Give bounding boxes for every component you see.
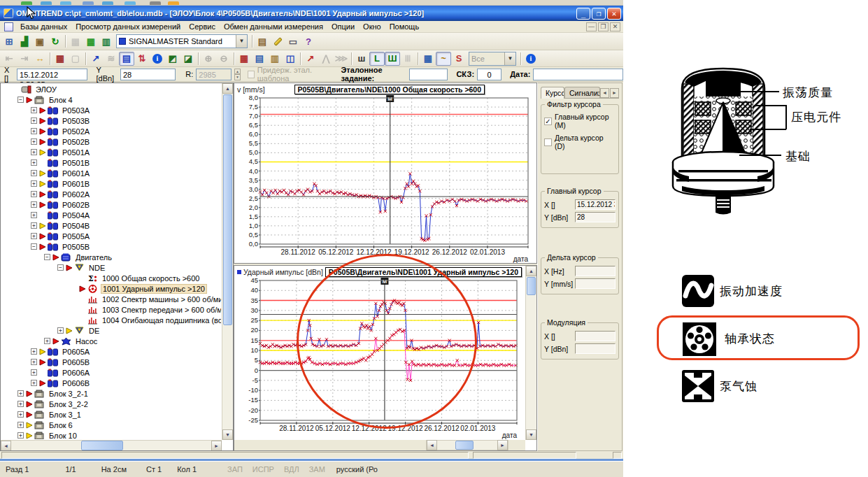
menu-item-6[interactable]: Окно — [359, 21, 385, 32]
expand-icon[interactable]: + — [31, 149, 37, 155]
y-value-field[interactable]: 28 — [120, 69, 176, 80]
node-marker-icon[interactable]: ◩ — [165, 52, 180, 66]
tab-scroll-right-button[interactable]: ► — [610, 88, 619, 98]
tab-scroll-left-button[interactable]: ◄ — [600, 88, 609, 98]
rms-field[interactable]: 0 — [477, 69, 501, 80]
tree-item-de[interactable]: +DE — [1, 325, 221, 336]
spectrum-move-icon[interactable]: ⋙ — [334, 52, 349, 66]
expand-icon[interactable]: + — [31, 191, 37, 197]
tree-item-p0504b[interactable]: +P0504B — [1, 220, 221, 231]
report-window-icon[interactable]: ▢ — [68, 52, 83, 66]
zoom-out-icon[interactable]: ⊖ — [216, 52, 232, 66]
expand-icon[interactable]: + — [31, 159, 37, 166]
node-marker2-icon[interactable]: ◪ — [180, 52, 196, 66]
settings-wrench-icon[interactable] — [270, 34, 285, 48]
collapse-icon[interactable]: − — [17, 97, 24, 103]
trend-chart-icon[interactable]: ↗ — [88, 52, 104, 66]
title-bar[interactable]: OMNITREND c:\pt_cm\omt_db\elou.mdb - [ЭЛ… — [0, 6, 623, 21]
tree-item-двигатель[interactable]: −Двигатель — [1, 252, 221, 262]
mdi-restore-button[interactable]: ❐ — [598, 22, 609, 31]
tree-item-p0601b[interactable]: +P0601B — [1, 178, 221, 189]
machine-template-icon[interactable]: ▦ — [68, 34, 83, 48]
expand-icon[interactable]: + — [31, 138, 37, 145]
tree-item-p0606b[interactable]: +P0606B — [1, 378, 221, 388]
expand-icon[interactable]: + — [31, 359, 37, 365]
minimize-button[interactable]: _ — [576, 8, 590, 20]
mdi-close-button[interactable]: ✕ — [610, 22, 620, 31]
expand-icon[interactable]: + — [31, 369, 37, 376]
menu-item-4[interactable]: Обмен данными измерения — [220, 21, 327, 32]
expand-icon[interactable]: + — [31, 128, 37, 134]
r-spinner[interactable]: ▲▼ — [234, 69, 241, 80]
clipboard-icon[interactable]: ▥ — [267, 52, 283, 66]
overlay-chart-icon[interactable]: ≋ — [104, 52, 119, 66]
tree-item-p0501a[interactable]: +P0501A — [1, 147, 221, 157]
expand-icon[interactable]: + — [31, 107, 37, 113]
harmonics-icon[interactable]: Ⅲ — [400, 52, 415, 66]
modulation-y-value[interactable] — [575, 343, 616, 354]
chevron-down-icon[interactable]: ▼ — [236, 35, 247, 48]
status-toggle-зап[interactable]: ЗАП — [227, 465, 243, 474]
tree-item-p0606a[interactable]: +P0606A — [1, 367, 221, 378]
tree-item-p0503b[interactable]: +P0503B — [1, 115, 221, 126]
database-view-icon[interactable]: ▣ — [32, 34, 48, 48]
hold-template-checkbox[interactable] — [248, 71, 255, 78]
expand-icon[interactable]: + — [31, 222, 37, 229]
chart-horizontal-scrollbar[interactable]: ◄ ► — [234, 440, 525, 450]
measurement-tasks-icon[interactable]: ⊞ — [1, 34, 17, 48]
help-icon[interactable]: ? — [301, 34, 316, 48]
collapse-icon[interactable]: − — [44, 254, 50, 260]
menu-item-5[interactable]: Опции — [327, 21, 359, 32]
matrix-icon[interactable]: ▦ — [52, 52, 68, 66]
collapse-icon[interactable]: − — [31, 243, 37, 250]
velocity-trend-chart[interactable]: 0,00,51,01,52,02,53,03,54,04,55,05,56,06… — [234, 95, 536, 263]
collapse-icon[interactable]: − — [57, 264, 64, 271]
tree-item-p0605a[interactable]: +P0605A — [1, 346, 221, 357]
expand-icon[interactable]: + — [17, 411, 24, 418]
time-signal-icon[interactable]: ~ — [436, 52, 451, 66]
info-icon[interactable]: i — [150, 52, 165, 66]
tree-item-p0601a[interactable]: +P0601A — [1, 168, 221, 178]
reference-field[interactable] — [409, 69, 448, 80]
modulation-x-value[interactable] — [575, 331, 616, 341]
close-button[interactable]: ✕ — [607, 8, 621, 20]
tab-cursor[interactable]: Курсор — [541, 87, 564, 99]
x-value-field[interactable]: 15.12.2012 3:59:35 — [17, 69, 87, 80]
main-cursor-checkbox[interactable]: ✓ — [544, 118, 552, 125]
status-toggle-зам[interactable]: ЗАМ — [309, 465, 325, 474]
double-cursor-icon[interactable]: Ш — [385, 52, 400, 66]
refresh-icon[interactable]: ↻ — [48, 34, 63, 48]
tree-item-p0502a[interactable]: +P0502A — [1, 126, 221, 136]
tree-item-p0503a[interactable]: +P0503A — [1, 105, 221, 115]
tree-item-p0505b[interactable]: −P0505B — [1, 241, 221, 252]
report-icon[interactable]: ▤ — [255, 34, 270, 48]
tree-item-блок-10[interactable]: +Блок 10 — [1, 430, 221, 439]
status-toggle-испр[interactable]: ИСПР — [252, 465, 274, 474]
info-circle-icon[interactable]: i — [523, 52, 539, 66]
expand-icon[interactable]: + — [31, 118, 37, 124]
grid-chart-icon[interactable]: ▤ — [252, 52, 267, 66]
tree-item-p0504a[interactable]: +P0504A — [1, 210, 221, 220]
tree-item-блок-3_2-1[interactable]: +Блок 3_2-1 — [1, 388, 221, 399]
tree-item-блок-6[interactable]: +Блок 6 — [1, 420, 221, 430]
delta-cursor-x-value[interactable] — [575, 266, 616, 276]
delta-cursor-y-value[interactable] — [575, 278, 616, 289]
spectrum-icon[interactable]: ш — [354, 52, 369, 66]
tree-item-1001-ударный-импульс->120[interactable]: 1001 Ударный импульс >120 — [1, 283, 221, 294]
tree-horizontal-scrollbar[interactable]: ◄ ► — [1, 440, 222, 450]
tree-item-p0602a[interactable]: +P0602A — [1, 189, 221, 199]
compare-icon[interactable]: ↔ — [32, 52, 48, 66]
menu-item-2[interactable]: Просмотр данных измерений — [71, 21, 185, 32]
expand-icon[interactable]: + — [31, 380, 37, 386]
expand-icon[interactable]: + — [31, 233, 37, 239]
multi-pane-icon[interactable]: ▤ — [119, 52, 134, 66]
expand-icon[interactable]: + — [31, 212, 37, 218]
tree-item-1003-спектр-передачи->-600-об-мин-ускор[interactable]: 1003 Спектр передачи > 600 об/мин (ускор — [1, 304, 221, 315]
device-preset-dropdown[interactable]: SIGNALMASTER Standard▼ — [116, 34, 248, 48]
shock-pulse-trend-chart[interactable]: -25-20-15-10-505101520253035404528.11.20… — [234, 278, 525, 439]
tree-vertical-scrollbar[interactable]: ▲ ▼ — [222, 83, 233, 440]
tree-item-блок-3_2-2[interactable]: +Блок 3_2-2 — [1, 399, 221, 409]
chart-vertical-scrollbar[interactable]: ▲ ▼ — [525, 266, 536, 440]
zoom-in-icon[interactable]: ⊕ — [201, 52, 216, 66]
save-data-icon[interactable]: ◫ — [283, 52, 298, 66]
